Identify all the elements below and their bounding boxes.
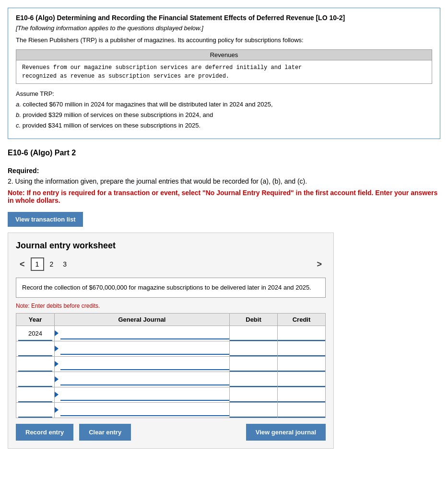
debit-input-2[interactable] [230, 341, 277, 356]
info-body: The Riesen Publishers (TRP) is a publish… [16, 36, 432, 44]
worksheet-title: Journal entry worksheet [16, 241, 326, 251]
info-title: E10-6 (Algo) Determining and Recording t… [16, 14, 432, 22]
revenues-content: Revenues from our magazine subscription … [16, 60, 432, 83]
credit-input-2[interactable] [278, 341, 325, 356]
debit-input-4[interactable] [230, 372, 277, 387]
credit-cell-2[interactable] [278, 341, 326, 356]
debit-cell-5[interactable] [230, 387, 278, 402]
required-text: 2. Using the information given, prepare … [8, 177, 440, 185]
debit-cell-4[interactable] [230, 372, 278, 387]
debit-input-3[interactable] [230, 357, 277, 372]
page-3-button[interactable]: 3 [59, 260, 71, 268]
part-title: E10-6 (Algo) Part 2 [8, 149, 440, 157]
credit-input-5[interactable] [278, 387, 325, 402]
view-general-journal-button[interactable]: View general journal [246, 424, 326, 441]
row-indicator-1 [55, 330, 59, 336]
row-indicator-6 [55, 407, 59, 413]
required-label: Required: [8, 167, 440, 175]
table-row [16, 356, 326, 372]
row-indicator-4 [55, 376, 59, 382]
info-box: E10-6 (Algo) Determining and Recording t… [8, 8, 440, 139]
assume-section: Assume TRP: a. collected $670 million in… [16, 89, 432, 131]
note-debits-label: Note: Enter debits before credits. [16, 303, 326, 309]
debit-cell-2[interactable] [230, 341, 278, 356]
journal-input-6[interactable] [60, 404, 229, 416]
record-entry-button[interactable]: Record entry [16, 424, 73, 441]
next-page-button[interactable]: > [313, 258, 326, 270]
credit-cell-3[interactable] [278, 356, 326, 372]
journal-cell-5[interactable] [55, 387, 230, 402]
info-subtitle: [The following information applies to th… [16, 24, 432, 32]
note-red: Note: If no entry is required for a tran… [8, 189, 440, 204]
page-1-button[interactable]: 1 [31, 257, 44, 271]
col-credit-header: Credit [278, 313, 326, 326]
debit-input-5[interactable] [230, 387, 277, 402]
assume-item-c: c. provided $341 million of services on … [16, 120, 432, 131]
debit-cell-1[interactable] [230, 326, 278, 341]
table-row [16, 387, 326, 402]
year-cell-1: 2024 [16, 326, 55, 341]
col-debit-header: Debit [230, 313, 278, 326]
row-indicator-5 [55, 392, 59, 397]
credit-input-6[interactable] [278, 403, 325, 418]
main-container: E10-6 (Algo) Determining and Recording t… [8, 8, 440, 449]
view-transaction-list-button[interactable]: View transaction list [8, 212, 83, 227]
assume-item-a: a. collected $670 million in 2024 for ma… [16, 99, 432, 110]
debit-input-1[interactable] [230, 326, 277, 341]
journal-cell-4[interactable] [55, 372, 230, 387]
description-box: Record the collection of $670,000,000 fo… [16, 278, 326, 298]
page-2-button[interactable]: 2 [46, 260, 58, 268]
table-row [16, 372, 326, 387]
year-cell-5 [16, 387, 55, 402]
journal-table: Year General Journal Debit Credit 2024 [16, 313, 326, 418]
table-row: 2024 [16, 326, 326, 341]
debit-input-6[interactable] [230, 403, 277, 418]
debit-cell-3[interactable] [230, 356, 278, 372]
row-indicator-3 [55, 361, 59, 367]
pagination: < 1 2 3 > [16, 257, 326, 271]
revenues-header: Revenues [16, 50, 432, 60]
year-cell-4 [16, 372, 55, 387]
worksheet-container: Journal entry worksheet < 1 2 3 > Record… [8, 233, 334, 449]
table-row [16, 402, 326, 418]
bottom-buttons: Record entry Clear entry View general jo… [16, 424, 326, 441]
revenues-box: Revenues Revenues from our magazine subs… [16, 49, 432, 84]
year-cell-2 [16, 341, 55, 356]
journal-input-2[interactable] [60, 343, 229, 355]
description-text: Record the collection of $670,000,000 fo… [22, 284, 311, 291]
credit-cell-6[interactable] [278, 402, 326, 418]
credit-cell-4[interactable] [278, 372, 326, 387]
credit-input-4[interactable] [278, 372, 325, 387]
col-year-header: Year [16, 313, 55, 326]
row-indicator-2 [55, 346, 59, 351]
journal-input-4[interactable] [60, 373, 229, 385]
journal-cell-6[interactable] [55, 402, 230, 418]
journal-input-5[interactable] [60, 389, 229, 401]
clear-entry-button[interactable]: Clear entry [79, 424, 131, 441]
table-row [16, 341, 326, 356]
assume-item-b: b. provided $329 million of services on … [16, 110, 432, 120]
col-journal-header: General Journal [55, 313, 230, 326]
prev-page-button[interactable]: < [16, 258, 29, 270]
journal-input-3[interactable] [60, 358, 229, 370]
debit-cell-6[interactable] [230, 402, 278, 418]
assume-label: Assume TRP: [16, 89, 432, 99]
credit-cell-5[interactable] [278, 387, 326, 402]
credit-cell-1[interactable] [278, 326, 326, 341]
journal-cell-3[interactable] [55, 356, 230, 372]
journal-cell-1[interactable] [55, 326, 230, 341]
credit-input-3[interactable] [278, 357, 325, 372]
journal-cell-2[interactable] [55, 341, 230, 356]
journal-input-1[interactable] [60, 327, 229, 339]
year-cell-3 [16, 356, 55, 372]
year-cell-6 [16, 402, 55, 418]
credit-input-1[interactable] [278, 326, 325, 341]
